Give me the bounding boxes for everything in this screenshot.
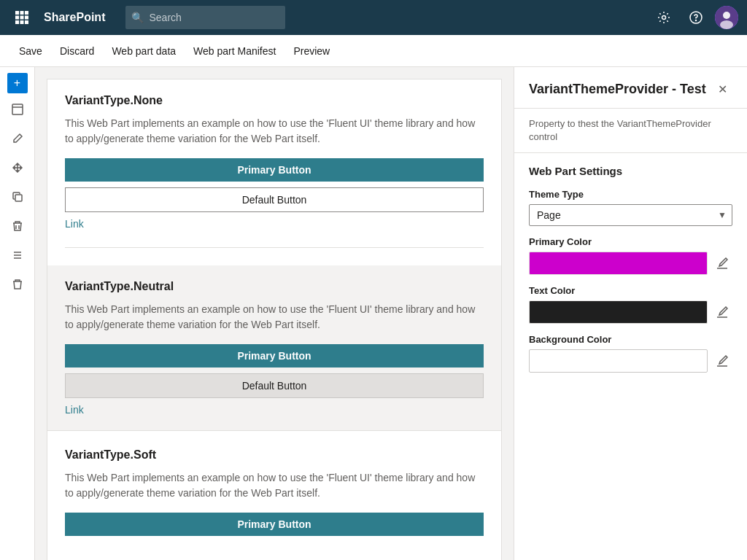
- panel-description: Property to thest the VariantThemeProvid…: [514, 109, 747, 153]
- variant-none-section: VariantType.None This Web Part implement…: [65, 94, 484, 248]
- svg-rect-1: [20, 11, 24, 15]
- primary-color-field: [529, 252, 732, 275]
- text-color-label: Text Color: [529, 285, 732, 296]
- svg-point-9: [662, 16, 666, 20]
- panel-title: VariantThemeProvider - Test: [529, 82, 706, 97]
- discard-button[interactable]: Discard: [53, 41, 101, 61]
- variant-none-title: VariantType.None: [65, 94, 484, 107]
- search-icon: 🔍: [131, 12, 144, 23]
- panel-settings-section: Web Part Settings Theme Type Page None N…: [514, 153, 747, 384]
- variant-none-desc: This Web Part implements an example on h…: [65, 116, 484, 147]
- svg-rect-4: [20, 16, 24, 20]
- primary-color-swatch[interactable]: [529, 252, 708, 275]
- app-title: SharePoint: [44, 11, 105, 24]
- search-container: 🔍: [125, 6, 432, 29]
- main-layout: +: [0, 67, 747, 560]
- variant-none-link[interactable]: Link: [65, 218, 484, 230]
- svg-rect-5: [25, 16, 28, 20]
- webpart-container: VariantType.None This Web Part implement…: [47, 79, 502, 560]
- primary-color-picker-button[interactable]: [712, 253, 732, 273]
- webpart-data-button[interactable]: Web part data: [104, 41, 183, 61]
- search-input[interactable]: [125, 6, 285, 29]
- background-color-picker-button[interactable]: [712, 351, 732, 371]
- variant-neutral-title: VariantType.Neutral: [65, 280, 484, 293]
- text-color-field: [529, 300, 732, 324]
- svg-rect-19: [15, 195, 22, 201]
- settings-button[interactable]: [651, 4, 677, 31]
- save-button[interactable]: Save: [12, 41, 50, 61]
- webpart-manifest-button[interactable]: Web part Manifest: [186, 41, 283, 61]
- variant-soft-desc: This Web Part implements an example on h…: [65, 470, 484, 501]
- panel-header: VariantThemeProvider - Test ✕: [514, 67, 747, 109]
- svg-point-14: [720, 20, 733, 29]
- content-area: VariantType.None This Web Part implement…: [35, 67, 514, 560]
- avatar[interactable]: [715, 6, 738, 29]
- svg-rect-6: [15, 20, 19, 24]
- waffle-icon[interactable]: [9, 4, 35, 31]
- variant-soft-section: VariantType.Soft This Web Part implement…: [65, 448, 484, 559]
- edit-tool-button[interactable]: [4, 96, 31, 122]
- svg-rect-3: [15, 16, 19, 20]
- topnav-right: [651, 4, 738, 31]
- variant-neutral-default-button[interactable]: Default Button: [65, 373, 484, 398]
- help-button[interactable]: [683, 4, 709, 31]
- theme-type-label: Theme Type: [529, 189, 732, 200]
- left-sidebar: +: [0, 67, 35, 560]
- variant-neutral-section: VariantType.Neutral This Web Part implem…: [47, 265, 501, 431]
- move-all-button[interactable]: [4, 155, 31, 181]
- primary-color-label: Primary Color: [529, 236, 732, 247]
- svg-rect-15: [12, 104, 23, 114]
- preview-button[interactable]: Preview: [286, 41, 337, 61]
- webpart-content: VariantType.None This Web Part implement…: [47, 79, 501, 560]
- right-panel: VariantThemeProvider - Test ✕ Property t…: [514, 67, 747, 560]
- variant-neutral-desc: This Web Part implements an example on h…: [65, 302, 484, 332]
- background-color-field: [529, 349, 732, 373]
- theme-type-field: Page None Neutral Soft Strong ▼: [529, 204, 732, 226]
- variant-none-primary-button[interactable]: Primary Button: [65, 158, 484, 182]
- add-section-button[interactable]: +: [7, 73, 28, 93]
- variant-soft-primary-button[interactable]: Primary Button: [65, 513, 484, 536]
- variant-neutral-primary-button[interactable]: Primary Button: [65, 344, 484, 368]
- theme-type-select[interactable]: Page None Neutral Soft Strong: [529, 204, 732, 226]
- pencil-tool-button[interactable]: [4, 125, 31, 152]
- variant-neutral-link[interactable]: Link: [65, 404, 484, 416]
- variant-none-default-button[interactable]: Default Button: [65, 187, 484, 212]
- delete-bottom-button[interactable]: [4, 271, 31, 298]
- panel-close-button[interactable]: ✕: [712, 79, 732, 99]
- svg-rect-8: [25, 20, 28, 24]
- background-color-swatch[interactable]: [529, 349, 708, 373]
- svg-rect-7: [20, 20, 24, 24]
- svg-point-13: [723, 12, 730, 19]
- text-color-swatch[interactable]: [529, 300, 708, 324]
- variant-soft-title: VariantType.Soft: [65, 448, 484, 462]
- top-navigation: SharePoint 🔍: [0, 0, 747, 35]
- delete-top-button[interactable]: [4, 213, 31, 239]
- background-color-label: Background Color: [529, 334, 732, 345]
- svg-rect-2: [25, 11, 28, 15]
- text-color-picker-button[interactable]: [712, 302, 732, 322]
- svg-point-11: [696, 20, 697, 21]
- panel-section-title: Web Part Settings: [529, 165, 732, 177]
- subtoolbar: Save Discard Web part data Web part Mani…: [0, 35, 747, 67]
- copy-button[interactable]: [4, 184, 31, 210]
- move-button[interactable]: [4, 242, 31, 268]
- svg-rect-0: [15, 11, 19, 15]
